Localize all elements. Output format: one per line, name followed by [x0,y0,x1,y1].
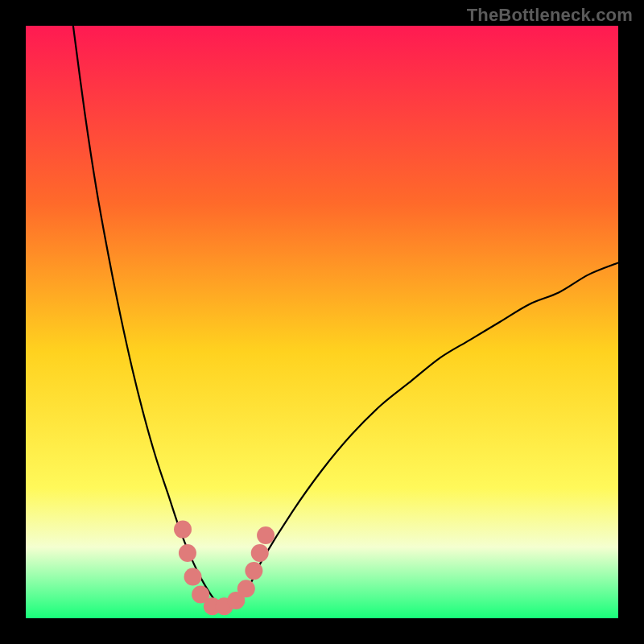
chart-frame: TheBottleneck.com [0,0,644,644]
watermark-text: TheBottleneck.com [467,5,633,26]
data-marker [237,580,255,597]
data-marker [174,521,192,539]
data-marker [184,568,202,585]
data-marker [251,544,269,562]
plot-area [26,26,618,618]
gradient-background [26,26,618,618]
bottleneck-chart [26,26,618,618]
data-marker [257,526,275,544]
data-marker [179,544,196,562]
data-marker [245,562,262,580]
